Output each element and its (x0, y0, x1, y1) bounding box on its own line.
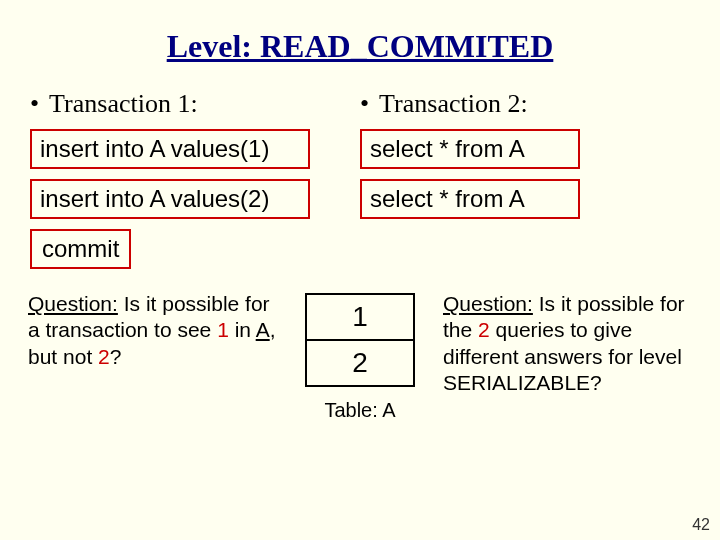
sql-insert-1: insert into A values(1) (30, 129, 310, 169)
slide-title: Level: READ_COMMITED (0, 0, 720, 83)
slide-number: 42 (692, 516, 710, 534)
table-row: 1 (305, 293, 415, 341)
sql-select-2: select * from A (360, 179, 580, 219)
question-1-label: Question: (28, 292, 118, 315)
transaction-2-heading-text: Transaction 2: (379, 89, 528, 118)
table-a: 1 2 Table: A (295, 293, 425, 422)
question-2-label: Question: (443, 292, 533, 315)
question-1-underline-A: A (256, 318, 270, 341)
question-2: Question: Is it possible for the 2 queri… (443, 291, 692, 396)
bottom-row: Question: Is it possible for a transacti… (0, 269, 720, 422)
transaction-2-heading: •Transaction 2: (360, 83, 690, 129)
sql-insert-2: insert into A values(2) (30, 179, 310, 219)
table-caption: Table: A (324, 399, 395, 422)
transaction-2-column: •Transaction 2: select * from A select *… (360, 83, 690, 229)
question-1-text-2: in (229, 318, 256, 341)
sql-select-1: select * from A (360, 129, 580, 169)
question-2-highlight-1: 2 (478, 318, 490, 341)
table-row: 2 (305, 339, 415, 387)
bullet-icon: • (360, 89, 369, 118)
question-1: Question: Is it possible for a transacti… (28, 291, 277, 370)
transaction-1-heading: •Transaction 1: (30, 83, 360, 129)
transaction-1-column: •Transaction 1: insert into A values(1) … (30, 83, 360, 229)
question-1-text-4: ? (110, 345, 122, 368)
transaction-1-heading-text: Transaction 1: (49, 89, 198, 118)
bullet-icon: • (30, 89, 39, 118)
sql-commit: commit (30, 229, 131, 269)
transactions-columns: •Transaction 1: insert into A values(1) … (0, 83, 720, 229)
question-1-highlight-1: 1 (217, 318, 229, 341)
question-1-highlight-2: 2 (98, 345, 110, 368)
